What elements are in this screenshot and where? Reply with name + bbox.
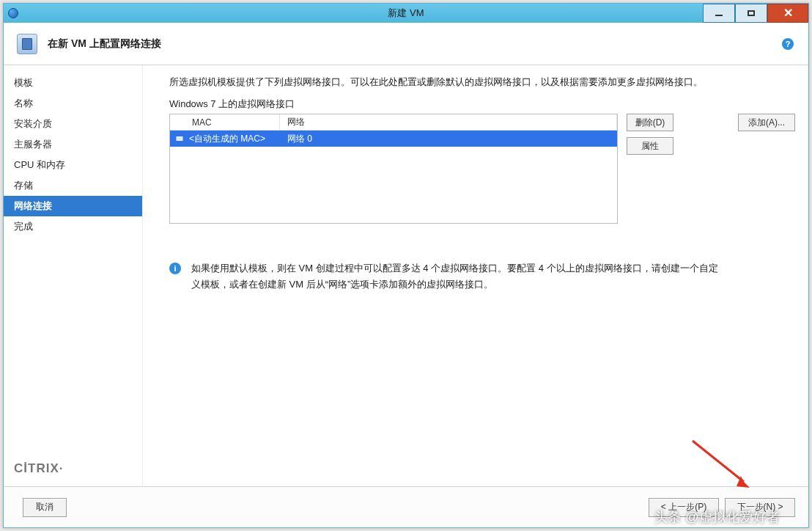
network-wizard-icon [17, 34, 37, 54]
sidebar-item-networking[interactable]: 网络连接 [4, 196, 142, 216]
sidebar-item-finish[interactable]: 完成 [4, 216, 142, 237]
window-titlebar: 新建 VM ✕ [4, 4, 808, 23]
cell-mac: <自动生成的 MAC> [186, 133, 280, 145]
close-button[interactable]: ✕ [767, 4, 808, 23]
sidebar-item-install-media[interactable]: 安装介质 [4, 114, 142, 134]
table-row[interactable]: <自动生成的 MAC> 网络 0 [170, 131, 617, 147]
wizard-title: 在新 VM 上配置网络连接 [48, 37, 161, 51]
delete-button[interactable]: 删除(D) [627, 114, 673, 131]
wizard-header: 在新 VM 上配置网络连接 ? [4, 23, 808, 65]
nic-table-header: MAC 网络 [170, 114, 617, 131]
sidebar-item-cpu-memory[interactable]: CPU 和内存 [4, 155, 142, 175]
cell-network: 网络 0 [280, 133, 617, 145]
help-button[interactable]: ? [782, 38, 794, 50]
brand-logo: CİTRIX [4, 455, 142, 486]
info-text: 如果使用默认模板，则在 VM 创建过程中可以配置多达 4 个虚拟网络接口。要配置… [191, 260, 726, 293]
wizard-steps-sidebar: 模板 名称 安装介质 主服务器 CPU 和内存 存储 网络连接 完成 CİTRI… [4, 65, 143, 486]
description-text: 所选虚拟机模板提供了下列虚拟网络接口。可以在此处配置或删除默认的虚拟网络接口，以… [169, 74, 726, 90]
cancel-button[interactable]: 取消 [23, 498, 67, 517]
sidebar-item-template[interactable]: 模板 [4, 73, 142, 93]
add-button[interactable]: 添加(A)... [738, 114, 795, 131]
close-icon: ✕ [783, 7, 793, 19]
previous-button[interactable]: < 上一步(P) [649, 498, 719, 517]
window-title: 新建 VM [388, 7, 424, 20]
maximize-icon [748, 10, 755, 16]
column-mac[interactable]: MAC [170, 114, 280, 130]
minimize-icon [715, 15, 723, 16]
sidebar-item-storage[interactable]: 存储 [4, 175, 142, 196]
info-panel: i 如果使用默认模板，则在 VM 创建过程中可以配置多达 4 个虚拟网络接口。要… [169, 260, 726, 293]
wizard-footer: 取消 < 上一步(P) 下一步(N) > [4, 486, 808, 527]
minimize-button[interactable] [703, 4, 735, 23]
nic-list-subhead: Windows 7 上的虚拟网络接口 [169, 98, 794, 111]
sidebar-item-home-server[interactable]: 主服务器 [4, 134, 142, 155]
nic-icon [173, 134, 186, 143]
column-network[interactable]: 网络 [280, 114, 617, 130]
nic-table[interactable]: MAC 网络 <自动生成的 MAC> 网络 0 [169, 114, 618, 224]
properties-button[interactable]: 属性 [627, 137, 673, 155]
sidebar-item-name[interactable]: 名称 [4, 93, 142, 114]
app-icon [8, 8, 18, 18]
info-icon: i [169, 263, 181, 274]
next-button[interactable]: 下一步(N) > [725, 498, 795, 517]
svg-rect-1 [177, 138, 182, 140]
maximize-button[interactable] [735, 4, 767, 23]
